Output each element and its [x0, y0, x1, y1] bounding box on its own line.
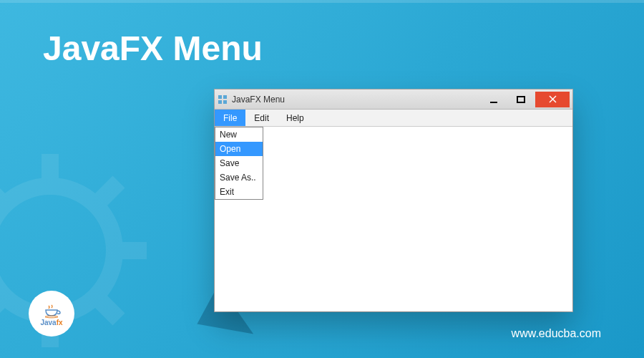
- minimize-button[interactable]: [481, 92, 507, 107]
- svg-line-6: [97, 298, 119, 319]
- dropdown-item-open[interactable]: Open: [215, 142, 263, 156]
- window-title: JavaFX Menu: [232, 95, 481, 105]
- svg-rect-11: [218, 100, 222, 104]
- menu-edit[interactable]: Edit: [245, 110, 278, 126]
- file-dropdown: New Open Save Save As.. Exit: [215, 127, 263, 200]
- dropdown-item-save-as[interactable]: Save As..: [215, 170, 263, 185]
- svg-rect-12: [223, 100, 227, 104]
- content-area: [215, 127, 572, 311]
- dropdown-item-new[interactable]: New: [215, 127, 263, 142]
- svg-rect-10: [223, 95, 227, 99]
- app-window: JavaFX Menu File Edit Help New Open Save…: [215, 90, 572, 311]
- titlebar[interactable]: JavaFX Menu: [215, 90, 572, 110]
- maximize-button[interactable]: [508, 92, 534, 107]
- svg-line-7: [97, 182, 119, 203]
- svg-line-8: [0, 298, 3, 319]
- window-controls: [481, 92, 570, 107]
- logo-text: Javafx: [40, 319, 62, 326]
- menu-help[interactable]: Help: [278, 110, 313, 126]
- page-title: JavaFX Menu: [43, 29, 263, 68]
- coffee-cup-icon: [42, 304, 62, 319]
- close-button[interactable]: [535, 92, 570, 107]
- menu-file[interactable]: File: [215, 110, 245, 126]
- svg-rect-14: [517, 97, 525, 102]
- dropdown-item-save[interactable]: Save: [215, 156, 263, 170]
- svg-point-17: [45, 316, 58, 318]
- site-credit: www.educba.com: [512, 327, 601, 340]
- app-icon: [218, 95, 228, 105]
- javafx-logo: Javafx: [29, 291, 74, 337]
- menubar: File Edit Help: [215, 110, 572, 127]
- dropdown-item-exit[interactable]: Exit: [215, 185, 263, 199]
- svg-line-5: [0, 182, 3, 203]
- background-gear-icon: [0, 143, 157, 358]
- svg-rect-9: [218, 95, 222, 99]
